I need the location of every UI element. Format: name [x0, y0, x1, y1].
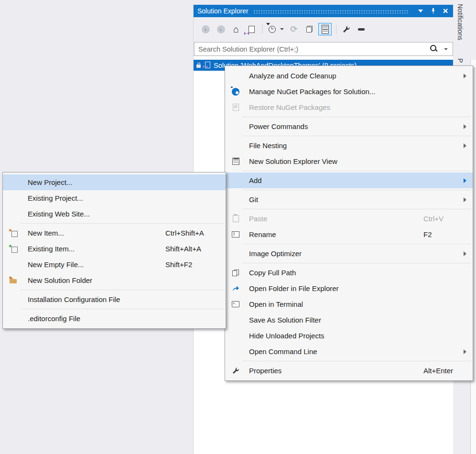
new-solution-explorer-view-icon: [232, 158, 239, 165]
preview-selected-items-button[interactable]: [318, 23, 332, 35]
wrench-icon: [342, 25, 350, 33]
menu-item-image-optimizer[interactable]: Image Optimizer: [225, 246, 473, 261]
filter-dropdown-caret-icon[interactable]: [280, 28, 284, 30]
new-solution-folder-icon: *: [10, 277, 17, 283]
menu-item-power-commands[interactable]: Power Commands: [225, 119, 473, 134]
menu-item-new-empty-file[interactable]: New Empty File... Shift+F2: [3, 257, 226, 272]
refresh-icon: ⟳: [290, 25, 297, 33]
shortcut-label: Shift+Alt+A: [165, 245, 201, 253]
menu-item-existing-item[interactable]: * Existing Item... Shift+Alt+A: [3, 241, 226, 257]
solution-context-menu: Analyze and Code Cleanup Manage NuGet Pa…: [225, 65, 473, 381]
switch-views-button[interactable]: [355, 23, 368, 35]
titlebar-grip-texture: [253, 9, 409, 13]
copy-icon: [232, 270, 239, 276]
shortcut-label: Shift+F2: [165, 260, 192, 269]
menu-item-file-nesting[interactable]: File Nesting: [225, 138, 473, 153]
collapse-all-icon: [306, 26, 313, 32]
shortcut-label: Alt+Enter: [423, 367, 453, 375]
sync-with-active-document-button[interactable]: [245, 23, 258, 35]
submenu-arrow-icon: [464, 197, 466, 202]
rename-icon: [232, 231, 239, 238]
menu-separator: [242, 117, 471, 117]
toolbar-separator: [262, 24, 262, 34]
pending-changes-filter-button[interactable]: [266, 23, 278, 35]
panel-toolbar: ‹ › ⌂ ⟳: [194, 17, 454, 41]
menu-item-properties[interactable]: Properties Alt+Enter: [225, 363, 473, 378]
open-folder-arrow-icon: [232, 285, 239, 292]
menu-separator: [242, 190, 471, 190]
lock-icon: [196, 65, 201, 68]
toolbar-separator: [336, 24, 336, 34]
add-submenu: New Project... Existing Project... Exist…: [2, 172, 226, 329]
search-input[interactable]: [195, 43, 453, 55]
menu-separator: [242, 136, 471, 136]
menu-item-new-solution-folder[interactable]: * New Solution Folder: [3, 272, 226, 288]
menu-separator: [242, 209, 471, 209]
menu-item-open-folder-in-file-explorer[interactable]: Open Folder in File Explorer: [225, 281, 473, 296]
search-box[interactable]: [194, 42, 453, 56]
menu-item-new-project[interactable]: New Project...: [3, 174, 226, 190]
menu-item-existing-web-site[interactable]: Existing Web Site...: [3, 206, 226, 222]
menu-separator: [20, 309, 224, 309]
shortcut-label: Ctrl+V: [423, 215, 444, 223]
panel-title: Solution Explorer: [197, 7, 249, 15]
menu-item-new-solution-explorer-view[interactable]: New Solution Explorer View: [225, 153, 473, 169]
menu-separator: [20, 290, 224, 290]
forward-button[interactable]: ›: [215, 23, 227, 35]
preview-selected-items-icon: [322, 25, 329, 34]
window-position-button[interactable]: [415, 6, 426, 16]
submenu-arrow-icon: [464, 74, 466, 78]
existing-item-icon: *: [10, 245, 18, 253]
collapse-all-button[interactable]: [303, 23, 315, 35]
menu-item-existing-project[interactable]: Existing Project...: [3, 190, 226, 206]
submenu-arrow-icon: [464, 143, 466, 148]
menu-separator: [242, 263, 471, 263]
refresh-button[interactable]: ⟳: [288, 23, 300, 35]
dash-icon: [358, 28, 365, 31]
solution-icon: [204, 62, 210, 69]
tab-notifications[interactable]: Notifications: [456, 4, 464, 40]
close-button[interactable]: ×: [440, 6, 451, 16]
shortcut-label: F2: [423, 230, 432, 238]
submenu-arrow-icon: [464, 178, 466, 183]
search-options-caret-icon[interactable]: [444, 48, 448, 50]
menu-separator: [20, 223, 224, 224]
menu-item-installation-configuration-file[interactable]: Installation Configuration File: [3, 292, 226, 307]
menu-item-git[interactable]: Git: [225, 192, 473, 207]
menu-item-manage-nuget-packages[interactable]: Manage NuGet Packages for Solution...: [225, 84, 473, 99]
tab-properties-partial[interactable]: P: [456, 58, 464, 63]
menu-item-new-item[interactable]: * New Item... Ctrl+Shift+A: [3, 225, 226, 241]
panel-titlebar[interactable]: Solution Explorer ×: [194, 5, 454, 17]
search-icon[interactable]: [430, 45, 436, 51]
menu-item-restore-nuget-packages[interactable]: Restore NuGet Packages: [225, 99, 473, 115]
home-icon: ⌂: [233, 24, 239, 34]
menu-separator: [242, 244, 471, 244]
properties-button[interactable]: [340, 23, 352, 35]
menu-item-rename[interactable]: Rename F2: [225, 227, 473, 242]
menu-item-open-command-line[interactable]: Open Command Line: [225, 344, 473, 359]
menu-item-editorconfig-file[interactable]: .editorconfig File: [3, 311, 226, 326]
menu-item-paste[interactable]: Paste Ctrl+V: [225, 211, 473, 227]
restore-nuget-icon: [233, 104, 239, 111]
paste-icon: [233, 215, 239, 222]
terminal-icon: [232, 301, 239, 307]
search-row: [194, 41, 454, 56]
menu-item-open-in-terminal[interactable]: Open in Terminal: [225, 296, 473, 312]
wrench-icon: [232, 367, 239, 375]
menu-item-analyze-and-code-cleanup[interactable]: Analyze and Code Cleanup: [225, 68, 473, 84]
home-button[interactable]: ⌂: [230, 23, 242, 35]
menu-item-add[interactable]: Add: [225, 173, 473, 188]
menu-item-copy-full-path[interactable]: Copy Full Path: [225, 265, 473, 281]
nuget-icon: [232, 88, 239, 96]
new-item-icon: *: [10, 229, 18, 237]
shortcut-label: Ctrl+Shift+A: [165, 229, 204, 237]
submenu-arrow-icon: [464, 349, 466, 354]
forward-icon: ›: [217, 25, 225, 33]
pin-button[interactable]: [428, 6, 438, 16]
visual-studio-icon: [244, 31, 249, 36]
submenu-arrow-icon: [464, 124, 466, 129]
menu-item-save-as-solution-filter[interactable]: Save As Solution Filter: [225, 312, 473, 328]
clock-filter-icon: [269, 26, 276, 33]
back-button[interactable]: ‹: [199, 23, 212, 35]
menu-item-hide-unloaded-projects[interactable]: Hide Unloaded Projects: [225, 328, 473, 344]
